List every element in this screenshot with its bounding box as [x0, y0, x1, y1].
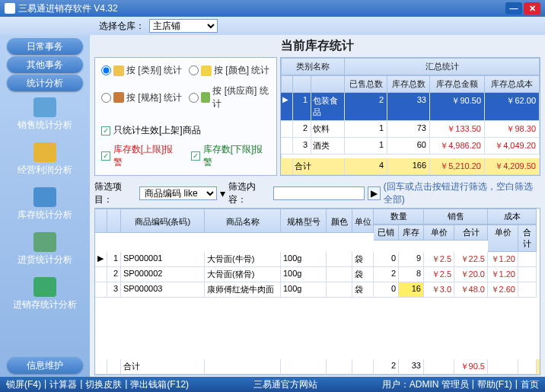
sb-cash[interactable]: 弹出钱箱(F12) — [130, 378, 189, 391]
total-row: 合计4166￥5,210.20￥4,209.50 — [281, 158, 540, 175]
page-title: 当前库存统计 — [90, 38, 545, 54]
report-icon — [33, 277, 56, 297]
summary-table: 类别名称 汇总统计 已售总数 库存总数 库存总金额 库存总成本 ▶1包装食品23… — [280, 57, 540, 176]
warehouse-label: 选择仓库： — [99, 20, 145, 33]
table-row[interactable]: 3酒类160￥4,986.20￥4,049.20 — [281, 138, 540, 155]
sidebar-item-stock[interactable]: 库存统计分析 — [7, 183, 83, 226]
sb-calc[interactable]: 计算器 — [49, 378, 77, 391]
th-summary: 汇总统计 — [345, 58, 540, 75]
filter-bar: 筛选项目： 商品编码 like ▾ 筛选内容： ▶ (回车或点击按钮进行筛选，空… — [94, 180, 540, 206]
content: 当前库存统计 按 [类别] 统计 按 [颜色] 统计 按 [规格] 统计 按 [… — [90, 35, 545, 377]
filter-go-button[interactable]: ▶ — [368, 186, 381, 200]
sb-user: 用户：ADMIN 管理员 — [382, 378, 469, 391]
nav-daily[interactable]: 日常事务 — [7, 38, 83, 55]
supplier-icon — [201, 92, 210, 103]
check-upper-alert[interactable]: ✓库存数[上限]报警 — [101, 143, 180, 169]
spec-icon — [113, 92, 124, 103]
app-icon — [5, 3, 15, 14]
sb-skin[interactable]: 切换皮肤 — [85, 378, 122, 391]
coins-icon — [33, 142, 56, 162]
stat-options-panel: 按 [类别] 统计 按 [颜色] 统计 按 [规格] 统计 按 [供应商] 统计… — [94, 57, 277, 176]
radio-color[interactable]: 按 [颜色] 统计 — [189, 64, 270, 77]
sb-home[interactable]: 首页 — [521, 378, 539, 391]
sb-help[interactable]: 帮助(F1) — [477, 378, 512, 391]
nav-other[interactable]: 其他事务 — [7, 56, 83, 73]
check-lower-alert[interactable]: ✓库存数[下限]报警 — [191, 143, 270, 169]
check-active-only[interactable]: ✓只统计生效[上架]商品 — [101, 124, 270, 137]
warehouse-select[interactable]: 主店铺 — [149, 19, 218, 33]
sb-site[interactable]: 三易通官方网站 — [253, 378, 317, 391]
table-row[interactable]: ▶1SP000001大骨面(牛骨)100g袋09￥2.5￥22.5￥1.20 — [95, 252, 540, 267]
radio-supplier[interactable]: 按 [供应商] 统计 — [189, 84, 270, 110]
table-row[interactable]: ▶1包装食品233￥90.50￥62.00 — [281, 93, 540, 121]
radio-spec[interactable]: 按 [规格] 统计 — [101, 84, 183, 110]
nav-stats[interactable]: 统计分析 — [7, 75, 83, 91]
sidebar-item-sales[interactable]: 销售统计分析 — [7, 93, 83, 136]
house-icon — [33, 187, 56, 207]
toolbar: 选择仓库： 主店铺 — [0, 17, 545, 35]
table-row[interactable]: 2SP000002大骨面(猪骨)100g袋28￥2.5￥20.0￥1.20 — [95, 267, 540, 282]
table-row[interactable]: 2饮料173￥133.50￥98.30 — [281, 121, 540, 138]
truck-icon — [33, 232, 56, 252]
minimize-button[interactable]: — — [505, 2, 522, 14]
category-icon — [113, 65, 124, 76]
radio-category[interactable]: 按 [类别] 统计 — [101, 64, 183, 77]
th-category: 类别名称 — [281, 58, 345, 75]
filter-field-select[interactable]: 商品编码 like — [139, 186, 217, 200]
color-icon — [201, 65, 212, 76]
status-bar: 锁屏(F4)| 计算器| 切换皮肤| 弹出钱箱(F12) 三易通官方网站 用户：… — [0, 377, 545, 392]
sidebar-item-purchase[interactable]: 进货统计分析 — [7, 228, 83, 271]
sidebar-item-all[interactable]: 进销存统计分析 — [7, 272, 83, 316]
chart-icon — [33, 97, 56, 117]
close-button[interactable]: ✕ — [524, 2, 540, 14]
sidebar-item-profit[interactable]: 经营利润分析 — [7, 138, 83, 181]
sidebar: 日常事务 其他事务 统计分析 销售统计分析 经营利润分析 库存统计分析 进货统计… — [0, 35, 90, 377]
nav-info[interactable]: 信息维护 — [7, 357, 83, 374]
sb-lock[interactable]: 锁屏(F4) — [6, 378, 41, 391]
filter-input[interactable] — [273, 186, 365, 200]
titlebar: 三易通进销存软件 V4.32 — ✕ — [0, 0, 545, 17]
detail-table: 商品编码(条码) 商品名称 规格型号 颜色 单位 数量已销库存 销售单价合计 成… — [94, 208, 540, 375]
window-title: 三易通进销存软件 V4.32 — [18, 2, 118, 15]
table-row[interactable]: 3SP000003康师傅红烧牛肉面100g袋016￥3.0￥48.0￥2.60 — [95, 282, 540, 298]
dropdown-icon[interactable]: ▾ — [220, 187, 225, 199]
detail-total-row: 合计 2 33 ￥90.5 — [95, 359, 540, 374]
